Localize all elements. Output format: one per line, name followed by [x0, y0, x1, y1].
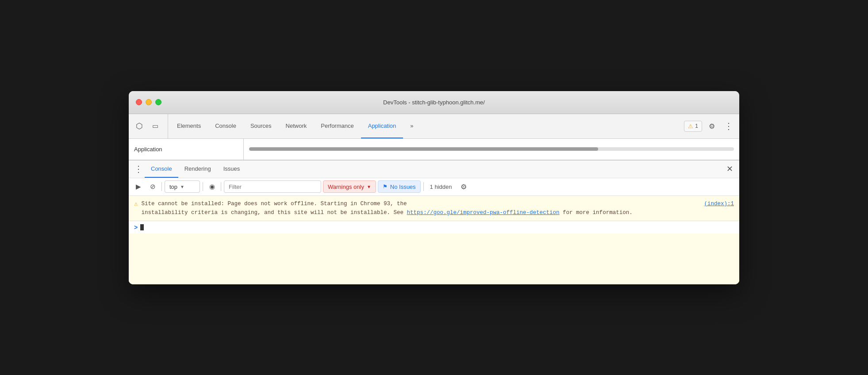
chevron-down-icon: ▼ — [180, 184, 184, 189]
warning-count: 1 — [695, 123, 698, 129]
console-prompt-row: > — [129, 221, 739, 233]
no-issues-button[interactable]: ⚑ No Issues — [378, 180, 421, 193]
toolbar-divider-1 — [161, 182, 162, 191]
warnings-dropdown-arrow: ▼ — [367, 184, 371, 189]
more-tabs-icon: » — [410, 122, 413, 129]
title-bar: DevTools - stitch-glib-typhoon.glitch.me… — [129, 91, 739, 114]
devtools-toolbar: ⬡ ▭ Elements Console Sources Network Per… — [129, 114, 739, 139]
device-icon: ▭ — [152, 122, 158, 130]
more-horiz-icon: ⋮ — [134, 164, 143, 174]
eye-button[interactable]: ◉ — [206, 180, 218, 193]
warning-icon: ⚠ — [134, 200, 138, 207]
nav-tabs: Elements Console Sources Network Perform… — [170, 114, 680, 138]
sidebar-header: Application — [129, 139, 244, 160]
ban-icon: ⊘ — [150, 183, 156, 191]
drawer-tab-rendering[interactable]: Rendering — [178, 161, 217, 178]
play-icon: ▶ — [136, 183, 141, 191]
warnings-only-label: Warnings only — [328, 184, 364, 190]
hidden-count: 1 hidden — [426, 184, 456, 190]
progress-bar-container — [249, 147, 734, 151]
gear-icon: ⚙ — [709, 122, 715, 130]
drawer-tab-issues[interactable]: Issues — [217, 161, 246, 178]
close-icon: ✕ — [726, 164, 733, 174]
warning-message-text: Site cannot be installed: Page does not … — [141, 199, 734, 217]
console-toolbar: ▶ ⊘ top ▼ ◉ Warnings only ▼ ⚑ N — [129, 178, 739, 196]
tab-console[interactable]: Console — [208, 114, 243, 138]
settings-button[interactable]: ⚙ — [705, 119, 719, 133]
warning-badge[interactable]: ⚠ 1 — [684, 121, 702, 132]
main-content-header — [244, 139, 739, 160]
no-issues-label: No Issues — [390, 184, 416, 190]
clear-console-button[interactable]: ▶ — [132, 180, 145, 193]
drawer-tab-console[interactable]: Console — [145, 161, 178, 178]
content-area: Application — [129, 139, 739, 160]
device-toolbar-button[interactable]: ▭ — [148, 119, 162, 133]
drawer-more-button[interactable]: ⋮ — [132, 163, 145, 175]
console-gear-icon: ⚙ — [461, 183, 467, 191]
context-select[interactable]: top ▼ — [165, 180, 200, 193]
drawer-close-button[interactable]: ✕ — [723, 163, 736, 175]
pwa-link[interactable]: https://goo.gle/improved-pwa-offline-det… — [407, 210, 560, 216]
tab-application[interactable]: Application — [361, 114, 403, 138]
tab-sources[interactable]: Sources — [243, 114, 279, 138]
toolbar-icon-group: ⬡ ▭ — [132, 114, 168, 138]
tab-elements[interactable]: Elements — [170, 114, 208, 138]
inspect-element-button[interactable]: ⬡ — [132, 119, 146, 133]
console-drawer: ⋮ Console Rendering Issues ✕ ▶ ⊘ — [129, 160, 739, 284]
more-vert-icon: ⋮ — [724, 121, 733, 131]
cursor-icon: ⬡ — [136, 121, 143, 131]
drawer-tabs: ⋮ Console Rendering Issues ✕ — [129, 161, 739, 178]
toolbar-divider-4 — [423, 182, 424, 191]
console-settings-button[interactable]: ⚙ — [457, 180, 470, 193]
tab-network[interactable]: Network — [279, 114, 314, 138]
tab-more[interactable]: » — [403, 114, 420, 138]
eye-icon: ◉ — [209, 183, 215, 191]
traffic-lights — [136, 99, 161, 105]
console-messages: ⚠ Site cannot be installed: Page does no… — [129, 196, 739, 284]
more-options-button[interactable]: ⋮ — [722, 119, 736, 133]
toolbar-right: ⚠ 1 ⚙ ⋮ — [680, 114, 736, 138]
filter-input[interactable] — [224, 180, 321, 193]
tab-performance[interactable]: Performance — [314, 114, 361, 138]
sidebar-header-text: Application — [134, 146, 162, 153]
console-chevron-icon: > — [134, 224, 138, 231]
warnings-only-dropdown[interactable]: Warnings only ▼ — [323, 180, 376, 193]
window-title: DevTools - stitch-glib-typhoon.glitch.me… — [383, 99, 485, 106]
warning-triangle-icon: ⚠ — [688, 123, 693, 130]
toolbar-divider-3 — [221, 182, 221, 191]
flag-icon: ⚑ — [383, 184, 388, 190]
minimize-button[interactable] — [146, 99, 152, 105]
block-console-button[interactable]: ⊘ — [146, 180, 159, 193]
close-button[interactable] — [136, 99, 142, 105]
toolbar-divider-2 — [203, 182, 203, 191]
warning-message-row: ⚠ Site cannot be installed: Page does no… — [129, 196, 739, 221]
maximize-button[interactable] — [155, 99, 161, 105]
console-cursor — [140, 224, 144, 230]
warning-source-link-inline[interactable]: (index):1 — [704, 199, 734, 208]
progress-bar-fill — [249, 147, 598, 151]
devtools-window: DevTools - stitch-glib-typhoon.glitch.me… — [129, 91, 739, 284]
